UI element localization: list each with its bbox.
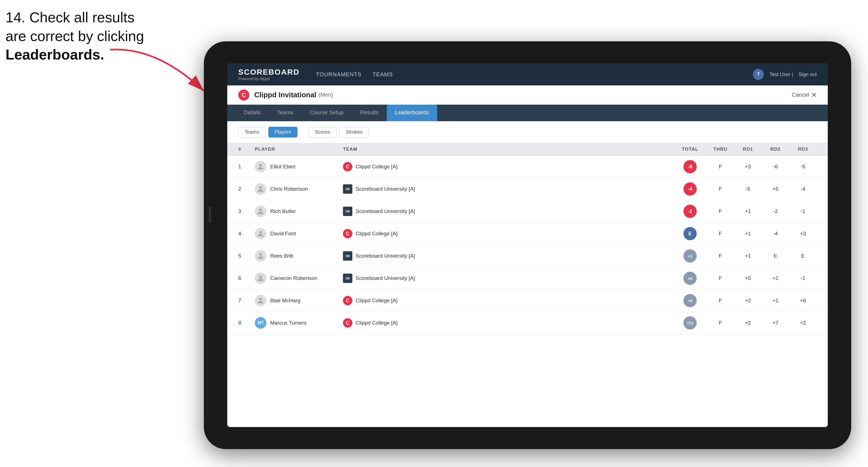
- table-row: 7 Blair McHarg C Clippd College [A] +9 F…: [227, 289, 828, 312]
- leaderboard-table: # PLAYER TEAM TOTAL THRU RD1 RD2 RD3 1 E…: [227, 143, 828, 427]
- player-cell: Rees Britt: [255, 250, 343, 262]
- player-avatar: [255, 295, 267, 306]
- tablet-screen: SCOREBOARD Powered by clippd TOURNAMENTS…: [227, 63, 828, 427]
- tab-course-setup[interactable]: Course Setup: [302, 105, 352, 121]
- rd3-cell: +6: [789, 298, 817, 304]
- col-rd3: RD3: [789, 147, 817, 152]
- close-icon: ✕: [811, 91, 817, 99]
- team-logo: SB: [343, 207, 352, 216]
- row-pos: 8: [238, 320, 255, 326]
- team-logo: SB: [343, 251, 352, 261]
- instruction-line1: 14. Check all results: [5, 9, 134, 25]
- row-pos: 6: [238, 275, 255, 281]
- rd1-cell: +1: [734, 230, 762, 237]
- filter-players[interactable]: Players: [268, 127, 298, 137]
- player-avatar: [255, 183, 267, 195]
- team-cell: C Clippd College [A]: [343, 162, 453, 172]
- row-pos: 2: [238, 186, 255, 192]
- nav-right: T Test User | Sign out: [753, 69, 817, 80]
- sub-header: C Clippd Invitational (Men) Cancel ✕: [227, 85, 828, 105]
- cancel-button[interactable]: Cancel ✕: [792, 91, 817, 99]
- team-logo: C: [343, 296, 352, 305]
- total-cell: +6: [674, 272, 707, 285]
- thru-cell: F: [707, 230, 734, 237]
- tab-details[interactable]: Details: [236, 105, 269, 121]
- rd3-cell: -5: [789, 164, 817, 170]
- player-name: Rich Butler: [270, 208, 296, 214]
- row-pos: 4: [238, 230, 255, 237]
- team-logo: SB: [343, 274, 352, 283]
- team-logo: C: [343, 162, 352, 172]
- rd3-cell: -4: [789, 186, 817, 192]
- player-avatar: [255, 228, 267, 240]
- rd2-cell: -6: [762, 164, 789, 170]
- player-name: Chris Robertson: [270, 186, 308, 192]
- tournament-subtitle: (Men): [318, 92, 333, 98]
- rd1-cell: +3: [734, 164, 762, 170]
- thru-cell: F: [707, 275, 734, 281]
- sign-out-button[interactable]: Sign out: [799, 72, 817, 77]
- tab-leaderboards[interactable]: Leaderboards: [387, 105, 437, 121]
- team-logo: C: [343, 318, 352, 328]
- thru-cell: F: [707, 164, 734, 170]
- svg-point-7: [259, 298, 262, 301]
- col-spacer: [453, 147, 674, 152]
- player-avatar: [255, 273, 267, 284]
- tab-results[interactable]: Results: [352, 105, 387, 121]
- rd2-cell: +1: [762, 298, 789, 304]
- col-player: PLAYER: [255, 147, 343, 152]
- rd3-cell: -1: [789, 208, 817, 214]
- rd1-cell: +1: [734, 253, 762, 259]
- team-name: Clippd College [A]: [355, 298, 398, 304]
- col-total: TOTAL: [674, 147, 707, 152]
- row-pos: 7: [238, 298, 255, 304]
- nav-tournaments[interactable]: TOURNAMENTS: [316, 70, 362, 79]
- logo-sub: Powered by clippd: [238, 76, 300, 81]
- nav-teams[interactable]: TEAMS: [372, 70, 393, 79]
- tab-teams[interactable]: Teams: [269, 105, 302, 121]
- total-cell: +1: [674, 249, 707, 262]
- player-name: Blair McHarg: [270, 298, 301, 304]
- top-nav: SCOREBOARD Powered by clippd TOURNAMENTS…: [227, 63, 828, 85]
- total-cell: +11: [674, 316, 707, 330]
- player-cell: Cameron Robertson: [255, 273, 343, 284]
- row-pos: 5: [238, 253, 255, 259]
- player-cell: Elliot Ebert: [255, 161, 343, 173]
- total-cell: -8: [674, 160, 707, 173]
- table-row: 3 Rich Butler SB Scoreboard University […: [227, 200, 828, 223]
- svg-point-6: [259, 276, 262, 278]
- filter-strokes[interactable]: Strokes: [339, 127, 369, 137]
- rd2-cell: +2: [762, 275, 789, 281]
- nav-links: TOURNAMENTS TEAMS: [316, 70, 753, 79]
- team-cell: SB Scoreboard University [A]: [343, 251, 453, 261]
- thru-cell: F: [707, 186, 734, 192]
- filter-row: Teams Players Scores Strokes: [227, 121, 828, 143]
- score-badge: +11: [683, 316, 697, 330]
- thru-cell: F: [707, 253, 734, 259]
- tablet-frame: SCOREBOARD Powered by clippd TOURNAMENTS…: [204, 41, 851, 449]
- table-header: # PLAYER TEAM TOTAL THRU RD1 RD2 RD3: [227, 143, 828, 156]
- score-badge: +1: [683, 249, 697, 262]
- team-cell: C Clippd College [A]: [343, 229, 453, 238]
- col-team: TEAM: [343, 147, 453, 152]
- team-name: Scoreboard University [A]: [355, 208, 415, 214]
- col-thru: THRU: [707, 147, 734, 152]
- filter-teams[interactable]: Teams: [238, 127, 266, 137]
- score-badge: +9: [683, 294, 697, 307]
- total-cell: -4: [674, 182, 707, 196]
- svg-point-2: [259, 186, 262, 189]
- instruction-line2: are correct by clicking: [5, 28, 144, 44]
- team-name: Scoreboard University [A]: [355, 253, 415, 259]
- score-badge: -2: [683, 205, 697, 218]
- table-row: 1 Elliot Ebert C Clippd College [A] -8 F…: [227, 156, 828, 178]
- team-name: Scoreboard University [A]: [355, 186, 415, 192]
- rd1-cell: +2: [734, 320, 762, 326]
- user-name: Test User |: [769, 72, 793, 77]
- user-avatar: T: [753, 69, 764, 80]
- player-name: Marcus Turners: [270, 320, 307, 326]
- col-rd2: RD2: [762, 147, 789, 152]
- rd3-cell: -1: [789, 275, 817, 281]
- row-pos: 3: [238, 208, 255, 214]
- filter-scores[interactable]: Scores: [309, 127, 337, 137]
- instruction-line3: Leaderboards.: [5, 46, 104, 63]
